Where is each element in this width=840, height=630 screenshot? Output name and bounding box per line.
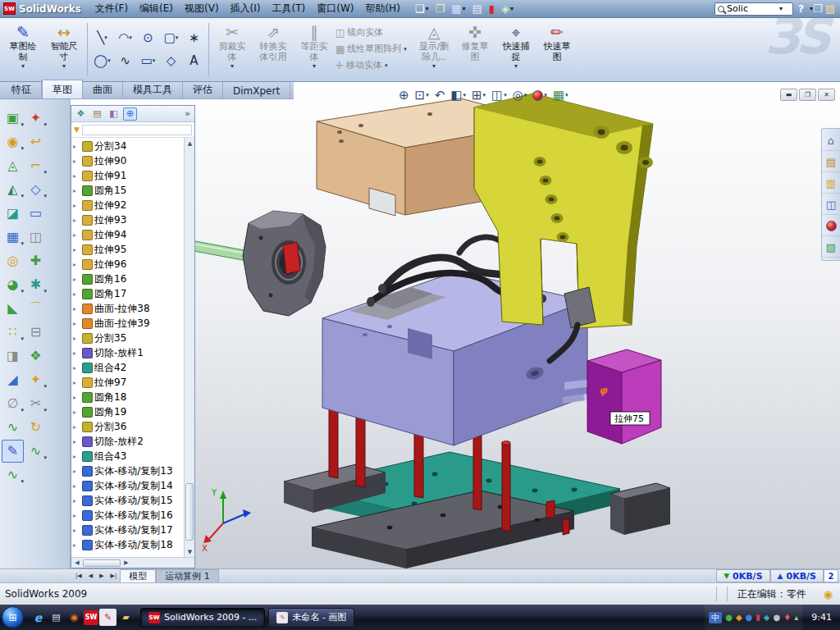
dropdown-arrow-icon[interactable]: ▾ [21, 407, 24, 413]
show-desktop-button[interactable]: ▤ [48, 609, 65, 626]
dropdown-arrow-icon[interactable]: ▾ [43, 383, 47, 390]
trim-entities-button[interactable]: ✂剪裁实体▾ [212, 20, 252, 80]
pattern-tool-button[interactable]: ❖ [25, 345, 47, 368]
tab-scroll-button[interactable]: ▶| [107, 573, 121, 579]
statusbar-help-icon[interactable]: ◉ [816, 588, 840, 600]
task-solidworks[interactable]: SWSolidWorks 2009 - ... [140, 608, 265, 628]
tab-草图[interactable]: 草图 [42, 80, 83, 98]
expand-arrow-icon[interactable]: ▸ [73, 261, 80, 268]
tree-item-combine[interactable]: ▸组合42 [71, 360, 184, 375]
circle-button[interactable]: ◯▾ [91, 49, 113, 71]
paint-launch-button[interactable]: ✎ [99, 609, 116, 626]
view-orientation-button[interactable]: ⊞▾ [470, 87, 487, 103]
tree-item-fillet[interactable]: ▸圆角19 [71, 404, 184, 419]
dropdown-arrow-icon[interactable]: ▾ [153, 57, 156, 64]
dropdown-arrow-icon[interactable]: ▾ [21, 240, 24, 247]
expand-arrow-icon[interactable]: ▸ [73, 364, 80, 372]
tree-filter-input[interactable] [82, 125, 192, 135]
expand-arrow-icon[interactable]: ▸ [73, 143, 80, 150]
spline-button[interactable]: ∿▾ [2, 463, 24, 486]
featuremanager-tab-icon[interactable]: ❖ [74, 107, 88, 121]
tree-item-extrude[interactable]: ▸拉伸93 [71, 212, 184, 227]
configurationmanager-tab-icon[interactable]: ◧ [107, 107, 121, 121]
expand-arrow-icon[interactable]: ▸ [73, 305, 80, 313]
expand-arrow-icon[interactable]: ▸ [73, 320, 80, 327]
dropdown-arrow-icon[interactable]: ▾ [231, 62, 234, 70]
dropdown-arrow-icon[interactable]: ▾ [43, 288, 47, 294]
expand-arrow-icon[interactable]: ▸ [73, 231, 80, 239]
file-explorer-button[interactable]: ▥ [822, 174, 840, 194]
extrude75-body[interactable]: φ [587, 349, 661, 444]
wrench-button[interactable]: ✦▾ [25, 107, 47, 130]
tab-模具工具[interactable]: 模具工具 [123, 80, 183, 98]
expand-arrow-icon[interactable]: ▸ [73, 187, 80, 194]
tree-item-combine[interactable]: ▸组合43 [71, 449, 184, 463]
star-tool-button[interactable]: ✦▾ [25, 368, 47, 391]
expand-arrow-icon[interactable]: ▸ [73, 468, 80, 475]
solidworks-resources-button[interactable]: ⌂ [822, 131, 840, 151]
menu-item[interactable]: 视图(V) [179, 0, 225, 17]
tree-item-extrude[interactable]: ▸拉伸90 [71, 153, 184, 168]
tab-scroll-button[interactable]: ◀ [85, 573, 96, 579]
dimxpertmanager-tab-icon[interactable]: ⊕ [123, 107, 137, 121]
extruded-cut-button[interactable]: ◪ [2, 202, 24, 225]
sketch-pencil-button[interactable]: ✎ [2, 440, 24, 463]
dropdown-arrow-icon[interactable]: ▾ [43, 169, 47, 176]
dropdown-arrow-icon[interactable]: ▾ [524, 92, 527, 98]
tree-item-split[interactable]: ▸分割34 [71, 139, 184, 153]
dropdown-arrow-icon[interactable]: ▾ [21, 62, 25, 70]
quick-snaps-button[interactable]: ⌖快速捕捉▾ [496, 20, 536, 80]
tree-item-extrude[interactable]: ▸拉伸96 [71, 257, 184, 272]
arc-tool-button[interactable]: ⌒ [25, 297, 47, 320]
scrollbar-thumb[interactable] [83, 559, 121, 567]
expand-arrow-icon[interactable]: ▸ [73, 349, 80, 357]
expand-arrow-icon[interactable]: ▸ [73, 246, 80, 253]
draft-button[interactable]: ◢ [2, 368, 24, 391]
scroll-right-icon[interactable]: ▶ [121, 559, 132, 566]
dropdown-arrow-icon[interactable]: ▾ [565, 92, 568, 98]
zoom-fit-button[interactable]: ⊕ [397, 87, 411, 103]
tree-item-movecopy[interactable]: ▸实体-移动/复制14 [71, 478, 184, 493]
menu-item[interactable]: 工具(T) [267, 0, 312, 17]
tray-icon[interactable]: ◈ [764, 614, 770, 622]
view-palette-button[interactable]: ◫ [822, 195, 840, 215]
expand-arrow-icon[interactable]: ▸ [73, 335, 80, 342]
scroll-up-icon[interactable]: ▲ [185, 138, 194, 148]
tree-item-extrude[interactable]: ▸拉伸91 [71, 168, 184, 183]
tab-scroll-button[interactable]: |◀ [72, 573, 85, 579]
lofted-boss-button[interactable]: ◭▾ [2, 178, 24, 201]
tree-item-movecopy[interactable]: ▸实体-移动/复制17 [71, 523, 184, 537]
tab-DimXpert[interactable]: DimXpert [223, 83, 290, 98]
repair-sketch-button[interactable]: ✜修复草图 [455, 20, 495, 80]
folder-launch-button[interactable]: ▰ [117, 609, 135, 626]
expand-arrow-icon[interactable]: ▸ [73, 290, 80, 298]
section-view-button[interactable]: ◧▾ [449, 87, 468, 103]
dropdown-arrow-icon[interactable]: ▾ [43, 454, 47, 461]
section-tool-button[interactable]: ⊟ [25, 321, 47, 344]
expand-arrow-icon[interactable]: ▸ [73, 423, 80, 431]
tray-icon[interactable]: ● [746, 614, 753, 622]
expand-arrow-icon[interactable]: ▸ [73, 512, 80, 519]
tree-item-cutloft[interactable]: ▸切除-放样2 [71, 434, 184, 449]
dropdown-arrow-icon[interactable]: ▾ [176, 34, 179, 41]
speed-badge-count[interactable]: 2 [824, 569, 838, 582]
shell-button[interactable]: ∅▾ [2, 392, 24, 415]
panel-expand-chevron[interactable]: » [185, 108, 192, 119]
dropdown-arrow-icon[interactable]: ▾ [385, 62, 388, 69]
tab-特征[interactable]: 特征 [2, 80, 42, 98]
apply-scene-button[interactable]: ▦▾ [551, 87, 570, 103]
zoom-area-button[interactable]: ⊡▾ [413, 87, 431, 103]
hide-show-items-button[interactable]: ◎▾ [511, 87, 529, 103]
save-button[interactable]: ▦▾ [449, 2, 468, 16]
ellipse-button[interactable]: ⊙ [137, 26, 159, 48]
menu-item[interactable]: 文件(F) [89, 0, 134, 17]
dropdown-arrow-icon[interactable]: ▾ [21, 336, 24, 342]
tray-icon[interactable]: ♦ [783, 614, 791, 622]
expand-arrow-icon[interactable]: ▸ [73, 172, 80, 180]
tree-item-surface[interactable]: ▸曲面-拉伸39 [71, 316, 184, 331]
tree-vertical-scrollbar[interactable]: ▲ ▼ [184, 138, 194, 557]
propertymanager-tab-icon[interactable]: ▤ [90, 107, 104, 121]
expand-arrow-icon[interactable]: ▸ [73, 453, 80, 460]
spline-tool-button[interactable]: ∿▾ [25, 440, 47, 463]
display-delete-relations-button[interactable]: ◬显示/删除几..▾ [414, 20, 454, 80]
